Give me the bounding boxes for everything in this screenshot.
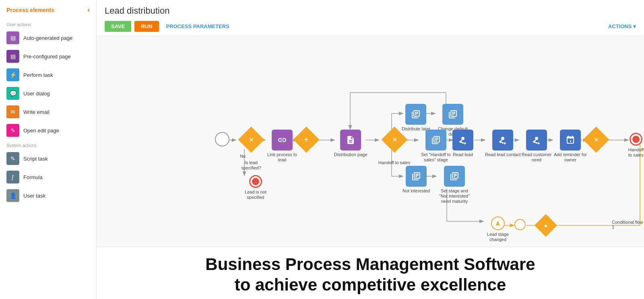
svg-point-29 <box>461 137 464 140</box>
set-stage-not-interested-node[interactable]: Set stage and "Not interested" need matu… <box>436 166 473 204</box>
set-handoff-stage-node[interactable]: Set "Handoff to sales" stage <box>418 130 454 163</box>
distribution-page-box <box>340 130 361 151</box>
link-process-box <box>272 130 293 151</box>
distribution-page-node[interactable]: Distribution page <box>334 130 367 157</box>
circle-intermediate2-node[interactable] <box>514 219 526 230</box>
toolbar: SAVE RUN PROCESS PARAMETERS ACTIONS ▾ <box>105 21 636 32</box>
add-reminder-node[interactable]: Add reminder for owner <box>552 130 588 163</box>
set-handoff-stage-label: Set "Handoff to sales" stage <box>418 152 454 163</box>
bottom-banner-line1: Business Process Management Software <box>105 254 636 274</box>
read-customer-need-node[interactable]: Read customer need <box>518 130 555 163</box>
no-label: No <box>240 154 246 159</box>
save-button[interactable]: SAVE <box>105 21 131 32</box>
sidebar-collapse-button[interactable]: ‹ <box>87 6 90 14</box>
sidebar-item-write-email[interactable]: ✉ Write email <box>0 103 96 121</box>
main-area: Lead distribution SAVE RUN PROCESS PARAM… <box>97 0 644 299</box>
not-interested-node[interactable]: Not interested <box>402 166 430 194</box>
plus-gate-diamond: + <box>293 126 319 153</box>
set-stage-not-interested-label: Set stage and "Not interested" need matu… <box>436 188 473 204</box>
end-gate-diamond: ✕ <box>583 126 609 153</box>
read-lead-contact-label: Read lead contact <box>485 152 521 157</box>
circle-intermediate2 <box>514 219 526 230</box>
auto-generated-page-icon: ▤ <box>6 31 19 44</box>
process-canvas[interactable]: ✕ Is lead specified? No Lead is not spec… <box>97 36 644 247</box>
write-email-icon: ✉ <box>6 105 19 118</box>
start-circle <box>215 132 229 146</box>
run-button[interactable]: RUN <box>134 21 159 32</box>
formula-label: Formula <box>23 174 43 180</box>
distribute-later-node[interactable]: Distribute later <box>402 104 430 132</box>
handoff-to-sales-circle <box>630 133 642 146</box>
user-task-icon: 👤 <box>6 189 19 202</box>
distribution-page-label: Distribution page <box>334 152 367 157</box>
start-node <box>215 132 229 146</box>
lead-not-specified-circle <box>249 175 262 188</box>
lead-stage-changed-circle <box>491 217 505 230</box>
actions-button[interactable]: ACTIONS ▾ <box>608 23 636 29</box>
svg-point-31 <box>535 137 538 140</box>
add-reminder-box <box>560 130 581 151</box>
sidebar: Process elements ‹ User actions ▤ Auto-g… <box>0 0 97 299</box>
end-gate-node[interactable]: ✕ <box>587 130 605 149</box>
is-lead-specified-diamond: ✕ <box>238 126 264 153</box>
link-process-label: Link process to lead <box>264 152 300 163</box>
script-task-icon: ✎ <box>6 152 19 165</box>
app-container: Process elements ‹ User actions ▤ Auto-g… <box>0 0 644 299</box>
sidebar-item-pre-configured-page[interactable]: ▤ Pre-configured page <box>0 47 96 66</box>
user-dialog-label: User dialog <box>23 91 50 97</box>
sidebar-item-user-task[interactable]: 👤 User task <box>0 186 96 205</box>
plus-gate-node[interactable]: + <box>297 130 316 149</box>
user-actions-label: User actions <box>0 19 96 29</box>
user-dialog-icon: 💬 <box>6 87 19 100</box>
auto-generated-page-label: Auto-generated page <box>23 35 72 41</box>
sidebar-title: Process elements <box>6 7 54 13</box>
set-stage-not-interested-box <box>444 166 465 187</box>
handoff-to-sales-end-label: Handoff to sales <box>628 147 644 158</box>
conditional-flow-diamond: ◆ <box>535 214 557 237</box>
read-customer-need-label: Read customer need <box>518 152 555 163</box>
conditional-flow-node[interactable]: ◆ <box>538 217 554 233</box>
set-handoff-stage-box <box>425 130 446 151</box>
lead-stage-changed-label: Lead stage changed <box>480 232 516 242</box>
perform-task-label: Perform task <box>23 72 53 78</box>
handoff-to-sales-inner <box>632 136 640 143</box>
read-lead-contact-node[interactable]: Read lead contact <box>485 130 521 157</box>
handoff-gate-node[interactable]: ✕ Handoff to sales <box>378 130 410 165</box>
page-title: Lead distribution <box>105 6 636 16</box>
sidebar-header: Process elements ‹ <box>0 6 96 19</box>
change-default-box <box>442 104 463 125</box>
read-lead-box <box>452 130 473 151</box>
link-process-node[interactable]: Link process to lead <box>264 130 300 163</box>
lead-stage-changed-node[interactable]: Lead stage changed <box>480 217 516 242</box>
not-interested-label: Not interested <box>402 188 430 194</box>
read-customer-need-box <box>526 130 547 151</box>
handoff-to-sales-end-node[interactable]: Handoff to sales <box>628 133 644 158</box>
system-actions-label: System actions <box>0 140 96 149</box>
sidebar-item-auto-generated-page[interactable]: ▤ Auto-generated page <box>0 29 96 47</box>
read-lead-contact-box <box>492 130 513 151</box>
sidebar-item-user-dialog[interactable]: 💬 User dialog <box>0 84 96 103</box>
lead-not-specified-label: Lead is not specified <box>237 190 274 200</box>
open-edit-page-icon: ✎ <box>6 124 19 137</box>
sidebar-item-open-edit-page[interactable]: ✎ Open edit page <box>0 121 96 140</box>
read-lead-label: Read lead <box>453 152 473 157</box>
user-task-label: User task <box>23 193 45 199</box>
is-lead-specified-label: Is lead specified? <box>235 160 267 171</box>
conditional-flow-label: Conditional flow 1 <box>612 220 644 229</box>
read-lead-node[interactable]: Read lead <box>452 130 473 157</box>
main-header: Lead distribution SAVE RUN PROCESS PARAM… <box>97 0 644 36</box>
formula-icon: ƒ <box>6 171 19 184</box>
sidebar-item-formula[interactable]: ƒ Formula <box>0 168 96 186</box>
svg-point-30 <box>501 137 504 140</box>
not-interested-box <box>406 166 427 187</box>
lead-not-specified-inner <box>252 178 259 185</box>
is-lead-specified-node[interactable]: ✕ Is lead specified? <box>235 130 267 171</box>
sidebar-item-script-task[interactable]: ✎ Script task <box>0 149 96 168</box>
pre-configured-page-label: Pre-configured page <box>23 54 71 60</box>
process-params-button[interactable]: PROCESS PARAMETERS <box>162 21 233 32</box>
pre-configured-page-icon: ▤ <box>6 50 19 63</box>
add-reminder-label: Add reminder for owner <box>552 152 588 163</box>
write-email-label: Write email <box>23 109 50 115</box>
lead-not-specified-node[interactable]: Lead is not specified <box>237 175 274 200</box>
sidebar-item-perform-task[interactable]: ⚡ Perform task <box>0 66 96 84</box>
